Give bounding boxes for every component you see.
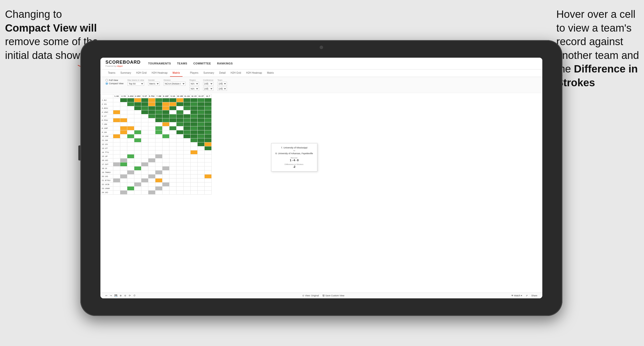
- nav-committee[interactable]: COMMITTEE: [193, 61, 211, 66]
- matrix-cell[interactable]: [127, 175, 134, 179]
- matrix-cell[interactable]: [113, 106, 120, 110]
- matrix-cell[interactable]: [184, 170, 191, 175]
- matrix-cell[interactable]: [162, 134, 169, 138]
- matrix-cell[interactable]: [155, 175, 162, 179]
- matrix-cell[interactable]: [177, 114, 184, 118]
- matrix-cell[interactable]: [141, 142, 148, 146]
- matrix-cell[interactable]: [127, 142, 134, 146]
- matrix-cell[interactable]: [191, 114, 198, 118]
- matrix-cell[interactable]: [148, 166, 155, 170]
- matrix-cell[interactable]: [205, 179, 212, 183]
- matrix-cell[interactable]: [198, 126, 205, 130]
- matrix-cell[interactable]: [205, 138, 212, 142]
- matrix-cell[interactable]: [162, 126, 169, 130]
- matrix-cell[interactable]: [127, 122, 134, 126]
- matrix-cell[interactable]: [162, 130, 169, 134]
- matrix-cell[interactable]: [113, 170, 120, 175]
- matrix-cell[interactable]: [148, 138, 155, 142]
- matrix-cell[interactable]: [148, 98, 155, 102]
- matrix-cell[interactable]: [162, 187, 169, 191]
- matrix-cell[interactable]: [177, 150, 184, 154]
- matrix-cell[interactable]: [177, 187, 184, 191]
- matrix-cell[interactable]: [191, 150, 198, 154]
- matrix-cell[interactable]: [148, 106, 155, 110]
- matrix-cell[interactable]: [169, 150, 177, 154]
- matrix-cell[interactable]: [148, 122, 155, 126]
- matrix-cell[interactable]: [155, 166, 162, 170]
- matrix-cell[interactable]: [120, 183, 127, 187]
- matrix-cell[interactable]: [184, 179, 191, 183]
- filter-region-select[interactable]: N/A: [190, 82, 199, 86]
- matrix-cell[interactable]: [120, 158, 127, 162]
- matrix-cell[interactable]: [169, 130, 177, 134]
- matrix-cell[interactable]: [120, 166, 127, 170]
- matrix-cell[interactable]: [184, 191, 191, 195]
- matrix-cell[interactable]: [127, 130, 134, 134]
- matrix-cell[interactable]: [191, 106, 198, 110]
- matrix-cell[interactable]: [113, 102, 120, 106]
- filter-region-select2[interactable]: N/A: [190, 87, 199, 91]
- nav-rankings[interactable]: RANKINGS: [217, 61, 233, 66]
- matrix-cell[interactable]: [155, 106, 162, 110]
- matrix-cell[interactable]: [134, 122, 141, 126]
- filter-conference-select2[interactable]: (All): [203, 87, 213, 91]
- matrix-cell[interactable]: [141, 102, 148, 106]
- matrix-cell[interactable]: [134, 118, 141, 122]
- matrix-cell[interactable]: [198, 106, 205, 110]
- matrix-cell[interactable]: [169, 162, 177, 166]
- matrix-cell[interactable]: [205, 102, 212, 106]
- matrix-cell[interactable]: [205, 158, 212, 162]
- matrix-cell[interactable]: [113, 98, 120, 102]
- matrix-cell[interactable]: [205, 130, 212, 134]
- matrix-cell[interactable]: [198, 142, 205, 146]
- share-icon[interactable]: ⇗: [526, 294, 528, 297]
- matrix-cell[interactable]: [155, 126, 162, 130]
- matrix-cell[interactable]: [155, 114, 162, 118]
- matrix-cell[interactable]: [184, 118, 191, 122]
- matrix-cell[interactable]: [198, 170, 205, 175]
- matrix-cell[interactable]: [127, 106, 134, 110]
- filter-gender-select[interactable]: Men's: [148, 82, 160, 86]
- view-original-button[interactable]: ⊙ View: Original: [302, 294, 319, 297]
- matrix-cell[interactable]: [155, 170, 162, 175]
- matrix-cell[interactable]: [127, 146, 134, 150]
- matrix-cell[interactable]: [113, 142, 120, 146]
- matrix-cell[interactable]: [113, 114, 120, 118]
- matrix-cell[interactable]: [113, 158, 120, 162]
- matrix-cell[interactable]: [141, 114, 148, 118]
- refresh-button[interactable]: ⏱: [133, 294, 136, 297]
- matrix-cell[interactable]: [120, 179, 127, 183]
- matrix-cell[interactable]: [141, 130, 148, 134]
- matrix-cell[interactable]: [148, 150, 155, 154]
- matrix-cell[interactable]: [148, 102, 155, 106]
- matrix-cell[interactable]: [155, 183, 162, 187]
- matrix-cell[interactable]: [162, 175, 169, 179]
- matrix-cell[interactable]: [184, 134, 191, 138]
- tab-summary[interactable]: Summary: [118, 69, 134, 77]
- matrix-cell[interactable]: [141, 183, 148, 187]
- matrix-cell[interactable]: [127, 110, 134, 114]
- watch-button[interactable]: 👁 Watch ▾: [511, 294, 522, 297]
- matrix-cell[interactable]: [127, 179, 134, 183]
- matrix-cell[interactable]: [127, 187, 134, 191]
- matrix-cell[interactable]: [191, 170, 198, 175]
- matrix-cell[interactable]: [205, 191, 212, 195]
- matrix-cell[interactable]: [134, 126, 141, 130]
- matrix-cell[interactable]: [127, 150, 134, 154]
- matrix-cell[interactable]: [113, 175, 120, 179]
- matrix-cell[interactable]: [155, 162, 162, 166]
- matrix-cell[interactable]: [155, 110, 162, 114]
- matrix-cell[interactable]: [155, 138, 162, 142]
- matrix-cell[interactable]: [184, 162, 191, 166]
- matrix-cell[interactable]: [134, 114, 141, 118]
- zoom-in-button[interactable]: ⊕: [120, 294, 122, 297]
- matrix-cell[interactable]: [120, 118, 127, 122]
- matrix-cell[interactable]: [177, 130, 184, 134]
- matrix-cell[interactable]: [191, 166, 198, 170]
- matrix-cell[interactable]: [148, 110, 155, 114]
- matrix-cell[interactable]: [141, 191, 148, 195]
- matrix-cell[interactable]: [162, 138, 169, 142]
- matrix-cell[interactable]: [120, 150, 127, 154]
- matrix-cell[interactable]: [155, 122, 162, 126]
- matrix-cell[interactable]: [205, 118, 212, 122]
